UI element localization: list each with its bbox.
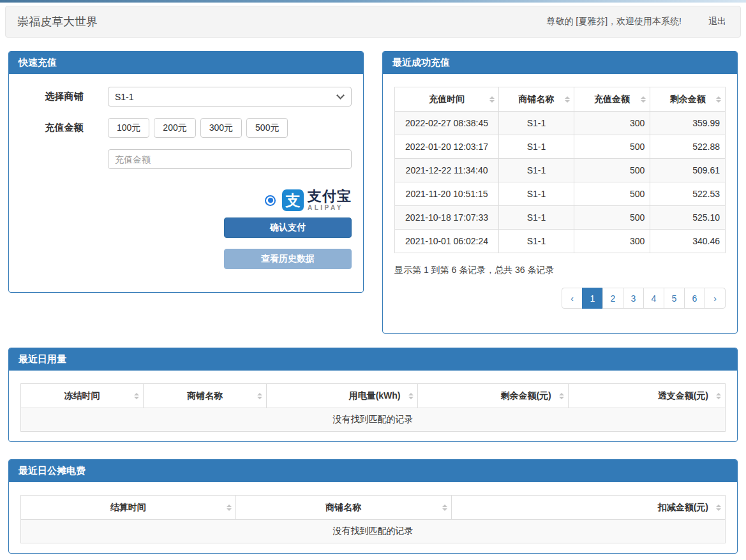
cell-recharge-amount: 300 xyxy=(574,230,650,253)
quick-recharge-panel: 快速充值 选择商铺 S1-1 充值金额 100元 200元 300元 500元 xyxy=(8,51,364,293)
page-title: 崇福皮草大世界 xyxy=(17,14,98,29)
cell-recharge-amount: 500 xyxy=(574,159,650,182)
daily-usage-panel: 最近日用量 冻结时间 商铺名称 用电量(kWh) 剩余金额(元) 透支金额(元)… xyxy=(8,348,738,442)
sort-icon xyxy=(641,96,646,103)
column-header-settle-time[interactable]: 结算时间 xyxy=(21,496,236,520)
sort-icon xyxy=(716,393,721,399)
amount-300-button[interactable]: 300元 xyxy=(200,118,242,138)
cell-recharge-time: 2021-11-20 10:51:15 xyxy=(395,182,499,206)
table-row: 2021-12-22 11:34:40 S1-1 500 509.61 xyxy=(395,159,726,182)
sort-icon xyxy=(565,96,570,103)
pagination-next[interactable]: › xyxy=(705,288,726,309)
amount-input-spacer xyxy=(20,149,108,169)
sort-icon xyxy=(489,96,495,103)
alipay-logo: 支 支付宝 ALIPAY xyxy=(282,189,352,211)
cell-remaining-amount: 522.53 xyxy=(650,182,726,206)
view-history-button[interactable]: 查看历史数据 xyxy=(224,249,352,269)
alipay-icon: 支 xyxy=(282,189,304,211)
alipay-name: 支付宝 xyxy=(308,189,352,203)
cell-remaining-amount: 525.10 xyxy=(650,206,726,230)
logout-link[interactable]: 退出 xyxy=(708,16,726,27)
table-row: 2021-10-18 17:07:33 S1-1 500 525.10 xyxy=(395,206,726,230)
amount-100-button[interactable]: 100元 xyxy=(108,118,149,138)
no-records-message: 没有找到匹配的记录 xyxy=(21,408,726,432)
confirm-pay-button[interactable]: 确认支付 xyxy=(224,217,352,238)
sort-icon xyxy=(716,505,721,511)
daily-usage-panel-title: 最近日用量 xyxy=(9,348,737,371)
column-header-power-usage[interactable]: 用电量(kWh) xyxy=(267,384,417,408)
cell-recharge-time: 2021-12-22 11:34:40 xyxy=(395,159,499,182)
column-header-remaining-amount[interactable]: 剩余金额 xyxy=(650,87,726,112)
sort-icon xyxy=(227,505,232,511)
column-header-remaining-amount[interactable]: 剩余金额(元) xyxy=(417,384,568,408)
cell-recharge-amount: 500 xyxy=(574,135,650,159)
pagination-page-3[interactable]: 3 xyxy=(623,288,644,309)
header-bar: 崇福皮草大世界 尊敬的 [夏雅芬]，欢迎使用本系统! 退出 xyxy=(5,6,741,38)
shop-select-label: 选择商铺 xyxy=(20,87,108,107)
cell-recharge-amount: 300 xyxy=(574,112,650,135)
amount-200-button[interactable]: 200元 xyxy=(154,118,195,138)
sort-icon xyxy=(442,505,447,511)
column-header-recharge-amount[interactable]: 充值金额 xyxy=(574,87,650,112)
top-row: 快速充值 选择商铺 S1-1 充值金额 100元 200元 300元 500元 xyxy=(0,51,746,334)
sort-icon xyxy=(559,393,564,399)
amount-input[interactable] xyxy=(108,149,352,169)
amount-500-button[interactable]: 500元 xyxy=(246,118,288,138)
shared-fee-panel-title: 最近日公摊电费 xyxy=(9,460,737,482)
cell-recharge-amount: 500 xyxy=(574,182,650,206)
table-header-row: 结算时间 商铺名称 扣减金额(元) xyxy=(21,496,726,520)
column-header-deduct-amount[interactable]: 扣减金额(元) xyxy=(451,496,725,520)
shared-fee-table: 结算时间 商铺名称 扣减金额(元) 没有找到匹配的记录 xyxy=(20,495,726,543)
cell-recharge-amount: 500 xyxy=(574,206,650,230)
recent-recharge-table: 充值时间 商铺名称 充值金额 剩余金额 2022-02-27 08:38:45 … xyxy=(394,87,726,253)
recent-recharge-panel-title: 最近成功充值 xyxy=(383,52,737,74)
column-header-shop-name[interactable]: 商铺名称 xyxy=(499,87,574,112)
cell-remaining-amount: 509.61 xyxy=(650,159,726,182)
pagination-prev[interactable]: ‹ xyxy=(562,288,583,309)
pagination-page-4[interactable]: 4 xyxy=(643,288,664,309)
pagination-page-6[interactable]: 6 xyxy=(684,288,705,309)
top-accent-bar xyxy=(0,0,746,3)
table-row: 2021-11-20 10:51:15 S1-1 500 522.53 xyxy=(395,182,726,206)
table-header-row: 冻结时间 商铺名称 用电量(kWh) 剩余金额(元) 透支金额(元) xyxy=(21,384,726,408)
table-row: 2022-01-20 12:03:17 S1-1 500 522.88 xyxy=(395,135,726,159)
table-row: 2021-10-01 06:02:24 S1-1 300 340.46 xyxy=(395,230,726,253)
cell-shop-name: S1-1 xyxy=(499,182,574,206)
amount-label: 充值金额 xyxy=(20,118,108,138)
sort-icon xyxy=(257,393,262,399)
column-header-recharge-time[interactable]: 充值时间 xyxy=(395,87,499,112)
cell-recharge-time: 2021-10-18 17:07:33 xyxy=(395,206,499,230)
column-header-shop-name[interactable]: 商铺名称 xyxy=(144,384,267,408)
pagination-page-1[interactable]: 1 xyxy=(582,288,603,309)
quick-recharge-panel-title: 快速充值 xyxy=(9,52,363,74)
shop-select[interactable]: S1-1 xyxy=(108,87,352,107)
table-row: 2022-02-27 08:38:45 S1-1 300 359.99 xyxy=(395,112,726,135)
sort-icon xyxy=(408,393,414,399)
empty-row: 没有找到匹配的记录 xyxy=(21,520,726,543)
alipay-subtitle: ALIPAY xyxy=(308,204,352,211)
pagination-page-5[interactable]: 5 xyxy=(664,288,685,309)
cell-remaining-amount: 340.46 xyxy=(650,230,726,253)
welcome-text: 尊敬的 [夏雅芬]，欢迎使用本系统! xyxy=(546,16,682,27)
alipay-payment-option[interactable]: 支 支付宝 ALIPAY xyxy=(20,189,352,211)
record-summary: 显示第 1 到第 6 条记录，总共 36 条记录 xyxy=(394,265,726,276)
cell-remaining-amount: 522.88 xyxy=(650,135,726,159)
cell-shop-name: S1-1 xyxy=(499,159,574,182)
cell-remaining-amount: 359.99 xyxy=(650,112,726,135)
pagination: ‹ 1 2 3 4 5 6 › xyxy=(562,288,726,309)
cell-recharge-time: 2021-10-01 06:02:24 xyxy=(395,230,499,253)
column-header-overdraft-amount[interactable]: 透支金额(元) xyxy=(568,384,725,408)
column-header-freeze-time[interactable]: 冻结时间 xyxy=(21,384,144,408)
alipay-radio[interactable] xyxy=(265,195,276,206)
column-header-shop-name[interactable]: 商铺名称 xyxy=(235,496,451,520)
pagination-page-2[interactable]: 2 xyxy=(602,288,623,309)
cell-recharge-time: 2022-02-27 08:38:45 xyxy=(395,112,499,135)
sort-icon xyxy=(134,393,139,399)
recent-recharge-panel: 最近成功充值 充值时间 商铺名称 充值金额 剩余金额 2022-02-27 08… xyxy=(382,51,738,334)
cell-recharge-time: 2022-01-20 12:03:17 xyxy=(395,135,499,159)
shared-fee-panel: 最近日公摊电费 结算时间 商铺名称 扣减金额(元) 没有找到匹配的记录 xyxy=(8,459,738,554)
daily-usage-table: 冻结时间 商铺名称 用电量(kWh) 剩余金额(元) 透支金额(元) 没有找到匹… xyxy=(20,383,726,432)
cell-shop-name: S1-1 xyxy=(499,135,574,159)
empty-row: 没有找到匹配的记录 xyxy=(21,408,726,432)
cell-shop-name: S1-1 xyxy=(499,230,574,253)
